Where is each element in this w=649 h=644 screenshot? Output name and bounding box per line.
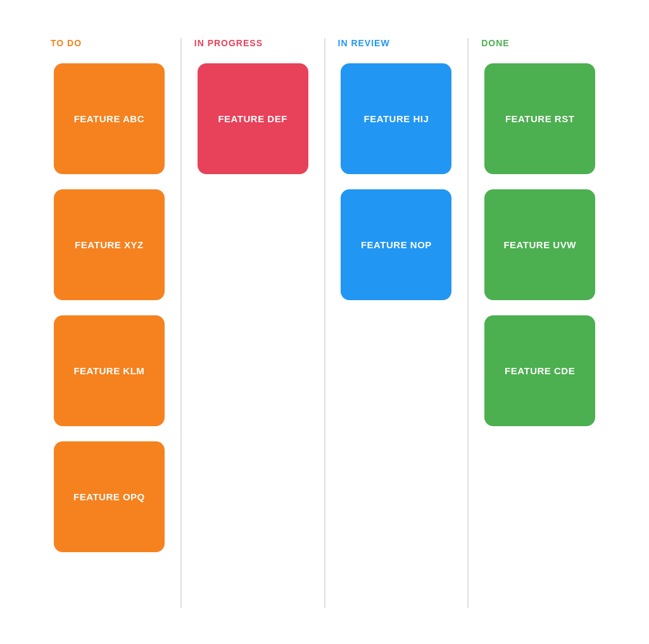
card-label-nop: FEATURE NOP xyxy=(361,239,432,250)
card-cde[interactable]: FEATURE CDE xyxy=(484,315,595,426)
card-label-cde: FEATURE CDE xyxy=(505,365,575,376)
card-label-def: FEATURE DEF xyxy=(218,113,287,124)
card-label-hij: FEATURE HIJ xyxy=(364,113,429,124)
card-nop[interactable]: FEATURE NOP xyxy=(341,189,451,300)
card-klm[interactable]: FEATURE KLM xyxy=(54,315,165,426)
column-inreview: IN REVIEWFEATURE HIJFEATURE NOP xyxy=(325,38,469,608)
card-label-uvw: FEATURE UVW xyxy=(503,239,576,250)
card-abc[interactable]: FEATURE ABC xyxy=(54,63,165,174)
card-uvw[interactable]: FEATURE UVW xyxy=(484,189,595,300)
card-label-klm: FEATURE KLM xyxy=(73,365,144,376)
card-xyz[interactable]: FEATURE XYZ xyxy=(54,189,165,300)
card-label-xyz: FEATURE XYZ xyxy=(75,239,144,250)
card-opq[interactable]: FEATURE OPQ xyxy=(54,441,165,552)
card-label-opq: FEATURE OPQ xyxy=(73,491,145,502)
card-hij[interactable]: FEATURE HIJ xyxy=(341,63,451,174)
card-rst[interactable]: FEATURE RST xyxy=(484,63,595,174)
column-header-done: DONE xyxy=(475,38,605,48)
column-todo: TO DOFEATURE ABCFEATURE XYZFEATURE KLMFE… xyxy=(38,38,182,608)
kanban-board: TO DOFEATURE ABCFEATURE XYZFEATURE KLMFE… xyxy=(0,0,649,633)
column-inprogress: IN PROGRESSFEATURE DEF xyxy=(182,38,325,608)
card-label-rst: FEATURE RST xyxy=(505,113,574,124)
column-header-inprogress: IN PROGRESS xyxy=(188,38,318,48)
card-def[interactable]: FEATURE DEF xyxy=(198,63,308,174)
card-label-abc: FEATURE ABC xyxy=(74,113,144,124)
column-header-todo: TO DO xyxy=(44,38,174,48)
column-header-inreview: IN REVIEW xyxy=(332,38,462,48)
column-done: DONEFEATURE RSTFEATURE UVWFEATURE CDE xyxy=(469,38,611,608)
